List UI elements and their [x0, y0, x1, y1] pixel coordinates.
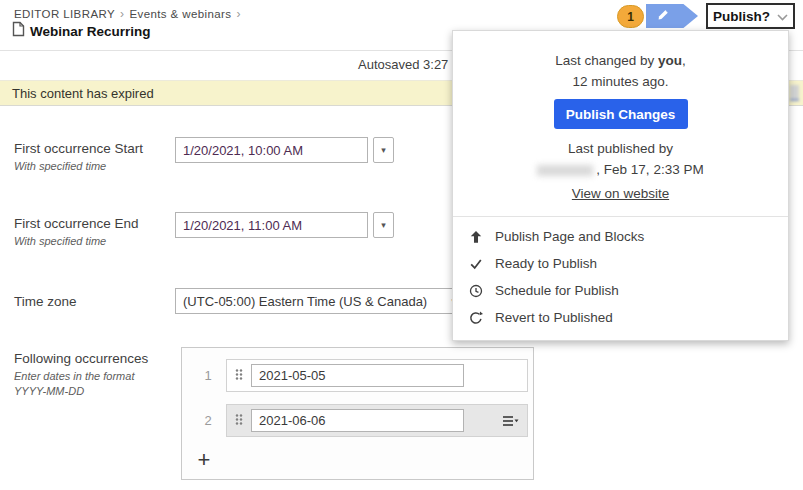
menu-item-ready-to-publish[interactable]: Ready to Publish — [453, 250, 788, 277]
publish-button-label: Publish? — [713, 9, 770, 24]
occurrences-hint-line1: Enter dates in the format — [14, 370, 134, 382]
menu-item-label: Schedule for Publish — [495, 283, 619, 298]
last-published-line: Last published by — [453, 141, 788, 156]
dropdown-arrow-icon: ▾ — [381, 220, 386, 230]
occurrence-row — [226, 404, 528, 437]
occurrences-list: 1 2 + — [181, 347, 534, 480]
last-changed-line: Last changed by you, — [453, 53, 788, 68]
pencil-icon — [656, 7, 671, 26]
menu-item-label: Revert to Published — [495, 310, 613, 325]
menu-item-schedule-for-publish[interactable]: Schedule for Publish — [453, 277, 788, 304]
drag-handle-icon[interactable] — [235, 367, 243, 385]
last-published-by-line: , Feb 17, 2:33 PM — [453, 162, 788, 177]
publish-menu-panel: Last changed by you, 12 minutes ago. Pub… — [452, 30, 789, 341]
menu-item-label: Publish Page and Blocks — [495, 229, 644, 244]
menu-item-publish-page-and-blocks[interactable]: Publish Page and Blocks — [453, 223, 788, 250]
banner-edge-artifact — [790, 85, 799, 101]
breadcrumb-separator: › — [120, 7, 124, 21]
occurrences-hint-line2: YYYY-MM-DD — [14, 385, 84, 397]
publish-status-section: Last changed by you, 12 minutes ago. Pub… — [453, 31, 788, 201]
occurrence-row-number: 2 — [200, 413, 216, 428]
menu-item-label: Ready to Publish — [495, 256, 597, 271]
breadcrumb: EDITOR LIBRARY›Events & webinars› — [14, 7, 246, 21]
occurrence-date-input[interactable] — [251, 409, 464, 432]
timezone-value: (UTC-05:00) Eastern Time (US & Canada) — [183, 294, 427, 309]
row-menu-icon[interactable] — [502, 415, 519, 427]
field-hint-end: With specified time — [14, 235, 106, 247]
start-datetime-dropdown[interactable]: ▾ — [373, 137, 394, 163]
editor-page: EDITOR LIBRARY›Events & webinars› Webina… — [0, 0, 803, 490]
banner-message: This content has expired — [12, 86, 154, 101]
breadcrumb-library[interactable]: EDITOR LIBRARY — [14, 8, 115, 20]
occurrence-date-input[interactable] — [251, 364, 464, 387]
publish-options-menu: Publish Page and Blocks Ready to Publish… — [453, 217, 788, 331]
last-changed-author: you — [658, 53, 682, 68]
page-title: Webinar Recurring — [30, 24, 151, 39]
breadcrumb-section[interactable]: Events & webinars — [129, 8, 231, 20]
notification-badge[interactable]: 1 — [617, 5, 644, 28]
last-changed-suffix: , — [682, 53, 686, 68]
add-occurrence-button[interactable]: + — [192, 448, 216, 472]
field-label-end: First occurrence End — [14, 216, 139, 231]
start-datetime-input[interactable] — [175, 137, 368, 163]
document-icon — [12, 21, 25, 41]
menu-item-revert-to-published[interactable]: Revert to Published — [453, 304, 788, 331]
last-published-suffix: , Feb 17, 2:33 PM — [596, 162, 703, 177]
occurrence-row — [226, 359, 528, 392]
dropdown-arrow-icon: ▾ — [381, 145, 386, 155]
arrow-up-icon — [468, 229, 484, 245]
last-changed-prefix: Last changed by — [555, 53, 658, 68]
occurrence-row-number: 1 — [200, 368, 216, 383]
page-title-row: Webinar Recurring — [12, 21, 151, 41]
timezone-select[interactable]: (UTC-05:00) Eastern Time (US & Canada) ▾ — [175, 288, 462, 314]
field-label-occurrences: Following occurrences — [14, 351, 148, 366]
view-on-website-link[interactable]: View on website — [572, 186, 669, 201]
end-datetime-input[interactable] — [175, 212, 368, 238]
autosave-status: Autosaved 3:27 — [358, 57, 448, 72]
chevron-down-icon — [777, 9, 788, 24]
publish-dropdown-button[interactable]: Publish? — [706, 3, 795, 29]
field-label-timezone: Time zone — [14, 294, 77, 309]
end-datetime-dropdown[interactable]: ▾ — [373, 212, 394, 238]
field-hint-start: With specified time — [14, 160, 106, 172]
check-icon — [468, 256, 484, 272]
breadcrumb-separator: › — [237, 7, 241, 21]
edit-mode-flag[interactable] — [646, 4, 698, 28]
field-label-start: First occurrence Start — [14, 141, 143, 156]
last-changed-time: 12 minutes ago. — [453, 74, 788, 89]
redacted-name — [537, 165, 593, 176]
drag-handle-icon[interactable] — [235, 412, 243, 430]
publish-changes-button[interactable]: Publish Changes — [554, 99, 688, 129]
clock-icon — [468, 283, 484, 299]
revert-icon — [468, 310, 484, 326]
